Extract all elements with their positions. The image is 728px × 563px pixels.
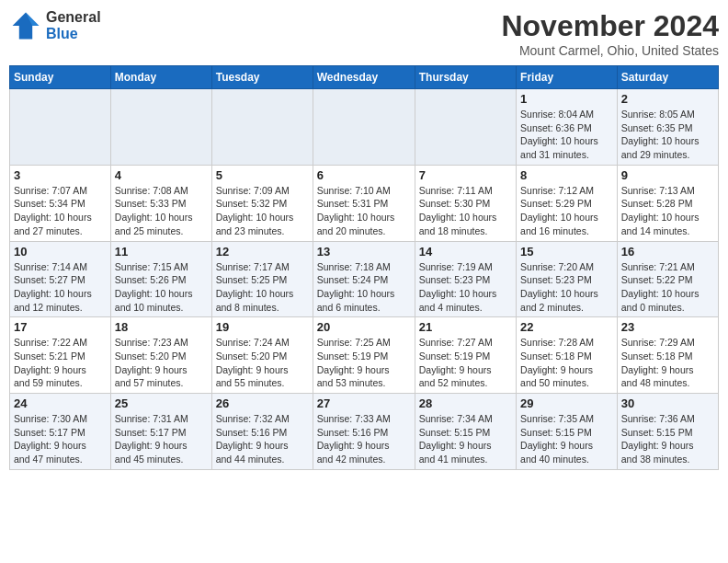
- day-info: Sunrise: 7:10 AM Sunset: 5:31 PM Dayligh…: [317, 184, 411, 238]
- calendar-cell: 27Sunrise: 7:33 AM Sunset: 5:16 PM Dayli…: [313, 394, 415, 470]
- calendar-cell: 15Sunrise: 7:20 AM Sunset: 5:23 PM Dayli…: [517, 241, 618, 317]
- calendar-cell: 28Sunrise: 7:34 AM Sunset: 5:15 PM Dayli…: [415, 394, 516, 470]
- calendar-week-1: 1Sunrise: 8:04 AM Sunset: 6:36 PM Daylig…: [10, 89, 719, 166]
- day-info: Sunrise: 7:17 AM Sunset: 5:25 PM Dayligh…: [216, 260, 309, 315]
- day-info: Sunrise: 7:24 AM Sunset: 5:20 PM Dayligh…: [216, 336, 309, 390]
- day-number: 15: [520, 245, 613, 259]
- calendar-cell: 29Sunrise: 7:35 AM Sunset: 5:15 PM Dayli…: [517, 394, 618, 470]
- calendar-week-2: 3Sunrise: 7:07 AM Sunset: 5:34 PM Daylig…: [10, 165, 719, 241]
- calendar-week-4: 17Sunrise: 7:22 AM Sunset: 5:21 PM Dayli…: [10, 317, 719, 394]
- day-number: 4: [115, 168, 208, 182]
- calendar-cell: 23Sunrise: 7:29 AM Sunset: 5:18 PM Dayli…: [617, 317, 718, 394]
- day-number: 16: [621, 245, 714, 259]
- day-info: Sunrise: 8:05 AM Sunset: 6:35 PM Dayligh…: [621, 108, 714, 162]
- day-number: 30: [621, 396, 714, 410]
- calendar-cell: [313, 89, 415, 166]
- calendar-cell: 1Sunrise: 8:04 AM Sunset: 6:36 PM Daylig…: [517, 89, 618, 166]
- calendar-cell: 2Sunrise: 8:05 AM Sunset: 6:35 PM Daylig…: [617, 89, 718, 166]
- day-number: 28: [419, 396, 512, 410]
- day-info: Sunrise: 7:21 AM Sunset: 5:22 PM Dayligh…: [621, 260, 714, 315]
- day-number: 23: [621, 320, 714, 334]
- calendar-cell: 30Sunrise: 7:36 AM Sunset: 5:15 PM Dayli…: [617, 394, 718, 470]
- calendar-cell: 13Sunrise: 7:18 AM Sunset: 5:24 PM Dayli…: [313, 241, 415, 317]
- day-info: Sunrise: 7:31 AM Sunset: 5:17 PM Dayligh…: [115, 412, 208, 466]
- weekday-tuesday: Tuesday: [211, 66, 313, 89]
- day-number: 11: [115, 245, 208, 259]
- weekday-sunday: Sunday: [10, 66, 111, 89]
- calendar-cell: 10Sunrise: 7:14 AM Sunset: 5:27 PM Dayli…: [10, 241, 111, 317]
- day-number: 21: [419, 320, 512, 334]
- calendar-cell: 12Sunrise: 7:17 AM Sunset: 5:25 PM Dayli…: [211, 241, 313, 317]
- day-number: 22: [520, 320, 613, 334]
- calendar-table: SundayMondayTuesdayWednesdayThursdayFrid…: [9, 65, 719, 470]
- day-number: 10: [14, 245, 107, 259]
- calendar-cell: 11Sunrise: 7:15 AM Sunset: 5:26 PM Dayli…: [110, 241, 211, 317]
- calendar-cell: 16Sunrise: 7:21 AM Sunset: 5:22 PM Dayli…: [617, 241, 718, 317]
- page-header: General Blue November 2024 Mount Carmel,…: [9, 9, 719, 58]
- day-info: Sunrise: 7:28 AM Sunset: 5:18 PM Dayligh…: [520, 336, 613, 390]
- calendar-cell: [415, 89, 516, 166]
- day-info: Sunrise: 7:36 AM Sunset: 5:15 PM Dayligh…: [621, 412, 714, 466]
- title-block: November 2024 Mount Carmel, Ohio, United…: [501, 9, 719, 58]
- day-info: Sunrise: 7:07 AM Sunset: 5:34 PM Dayligh…: [14, 184, 107, 238]
- day-info: Sunrise: 7:15 AM Sunset: 5:26 PM Dayligh…: [115, 260, 208, 315]
- calendar-cell: [211, 89, 313, 166]
- day-info: Sunrise: 7:27 AM Sunset: 5:19 PM Dayligh…: [419, 336, 512, 390]
- calendar-cell: 22Sunrise: 7:28 AM Sunset: 5:18 PM Dayli…: [517, 317, 618, 394]
- day-info: Sunrise: 7:32 AM Sunset: 5:16 PM Dayligh…: [216, 412, 309, 466]
- calendar-cell: [110, 89, 211, 166]
- calendar-cell: 8Sunrise: 7:12 AM Sunset: 5:29 PM Daylig…: [517, 165, 618, 241]
- day-info: Sunrise: 7:19 AM Sunset: 5:23 PM Dayligh…: [419, 260, 512, 315]
- day-info: Sunrise: 7:30 AM Sunset: 5:17 PM Dayligh…: [14, 412, 107, 466]
- day-number: 24: [14, 396, 107, 410]
- day-info: Sunrise: 7:25 AM Sunset: 5:19 PM Dayligh…: [317, 336, 411, 390]
- day-number: 5: [216, 168, 309, 182]
- weekday-saturday: Saturday: [617, 66, 718, 89]
- calendar-cell: 24Sunrise: 7:30 AM Sunset: 5:17 PM Dayli…: [10, 394, 111, 470]
- calendar-cell: 20Sunrise: 7:25 AM Sunset: 5:19 PM Dayli…: [313, 317, 415, 394]
- day-number: 1: [520, 92, 613, 106]
- calendar-cell: 5Sunrise: 7:09 AM Sunset: 5:32 PM Daylig…: [211, 165, 313, 241]
- calendar-cell: 21Sunrise: 7:27 AM Sunset: 5:19 PM Dayli…: [415, 317, 516, 394]
- day-number: 7: [419, 168, 512, 182]
- day-number: 2: [621, 92, 714, 106]
- weekday-header-row: SundayMondayTuesdayWednesdayThursdayFrid…: [10, 66, 719, 89]
- logo: General Blue: [9, 9, 101, 42]
- logo-icon: [9, 9, 42, 42]
- day-number: 25: [115, 396, 208, 410]
- weekday-friday: Friday: [517, 66, 618, 89]
- calendar-cell: 6Sunrise: 7:10 AM Sunset: 5:31 PM Daylig…: [313, 165, 415, 241]
- day-number: 8: [520, 168, 613, 182]
- weekday-thursday: Thursday: [415, 66, 516, 89]
- calendar-cell: [10, 89, 111, 166]
- calendar-week-3: 10Sunrise: 7:14 AM Sunset: 5:27 PM Dayli…: [10, 241, 719, 317]
- day-info: Sunrise: 7:34 AM Sunset: 5:15 PM Dayligh…: [419, 412, 512, 466]
- day-info: Sunrise: 7:09 AM Sunset: 5:32 PM Dayligh…: [216, 184, 309, 238]
- day-info: Sunrise: 7:14 AM Sunset: 5:27 PM Dayligh…: [14, 260, 107, 315]
- day-number: 3: [14, 168, 107, 182]
- calendar-cell: 4Sunrise: 7:08 AM Sunset: 5:33 PM Daylig…: [110, 165, 211, 241]
- day-info: Sunrise: 7:22 AM Sunset: 5:21 PM Dayligh…: [14, 336, 107, 390]
- calendar-cell: 14Sunrise: 7:19 AM Sunset: 5:23 PM Dayli…: [415, 241, 516, 317]
- calendar-cell: 9Sunrise: 7:13 AM Sunset: 5:28 PM Daylig…: [617, 165, 718, 241]
- day-number: 9: [621, 168, 714, 182]
- day-number: 29: [520, 396, 613, 410]
- day-number: 26: [216, 396, 309, 410]
- month-title: November 2024: [501, 9, 719, 43]
- weekday-monday: Monday: [110, 66, 211, 89]
- calendar-cell: 26Sunrise: 7:32 AM Sunset: 5:16 PM Dayli…: [211, 394, 313, 470]
- day-number: 14: [419, 245, 512, 259]
- day-info: Sunrise: 7:18 AM Sunset: 5:24 PM Dayligh…: [317, 260, 411, 315]
- day-number: 27: [317, 396, 411, 410]
- day-info: Sunrise: 7:20 AM Sunset: 5:23 PM Dayligh…: [520, 260, 613, 315]
- day-number: 19: [216, 320, 309, 334]
- day-number: 18: [115, 320, 208, 334]
- day-number: 17: [14, 320, 107, 334]
- day-number: 12: [216, 245, 309, 259]
- day-info: Sunrise: 7:29 AM Sunset: 5:18 PM Dayligh…: [621, 336, 714, 390]
- day-number: 6: [317, 168, 411, 182]
- calendar-cell: 18Sunrise: 7:23 AM Sunset: 5:20 PM Dayli…: [110, 317, 211, 394]
- calendar-cell: 19Sunrise: 7:24 AM Sunset: 5:20 PM Dayli…: [211, 317, 313, 394]
- day-info: Sunrise: 7:11 AM Sunset: 5:30 PM Dayligh…: [419, 184, 512, 238]
- calendar-week-5: 24Sunrise: 7:30 AM Sunset: 5:17 PM Dayli…: [10, 394, 719, 470]
